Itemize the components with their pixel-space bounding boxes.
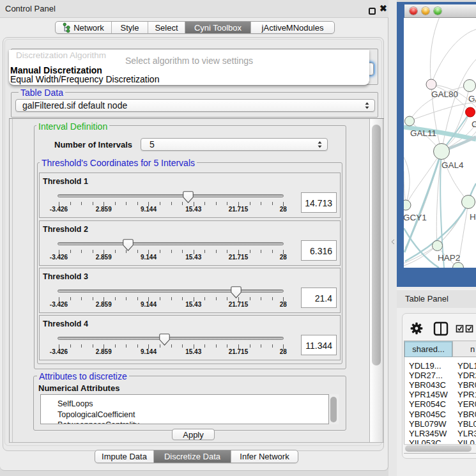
svg-text:GAL80: GAL80 — [431, 89, 458, 99]
svg-text:GCY1: GCY1 — [404, 213, 427, 222]
svg-text:GAL4: GAL4 — [441, 160, 464, 170]
svg-text:H: H — [470, 212, 476, 222]
svg-text:HAP2: HAP2 — [438, 253, 460, 263]
svg-text:GAL11: GAL11 — [410, 128, 436, 138]
svg-text:C: C — [472, 119, 476, 129]
svg-text:GA: GA — [468, 94, 476, 104]
